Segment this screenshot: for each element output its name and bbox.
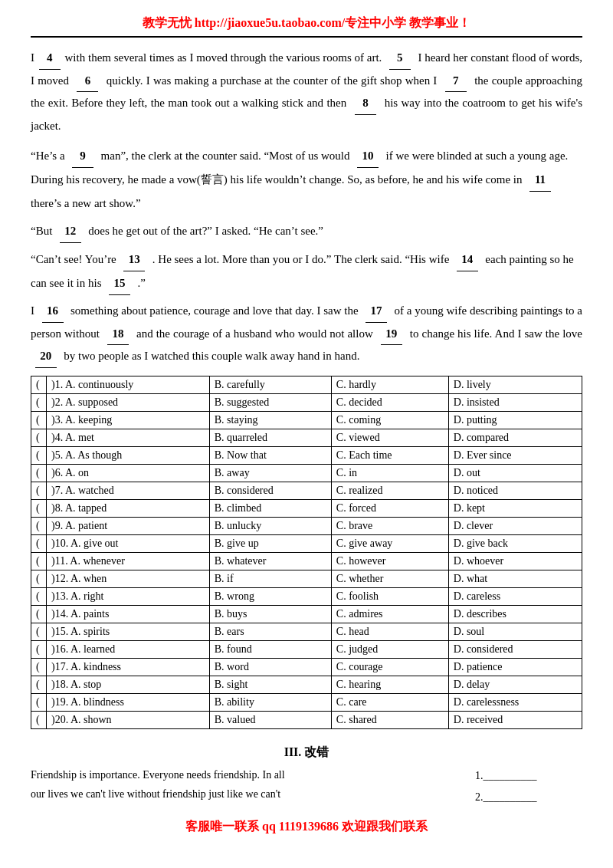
- section3-line1: Friendship is importance. Everyone needs…: [31, 765, 460, 784]
- table-cell: C. realized: [331, 482, 448, 499]
- table-cell: B. wrong: [209, 587, 331, 605]
- table-cell: )9. A. patient: [47, 517, 210, 534]
- table-cell: )5. A. As though: [47, 446, 210, 464]
- table-cell: B. give up: [209, 534, 331, 552]
- table-cell: D. clever: [448, 517, 582, 534]
- table-cell: B. ability: [209, 693, 331, 711]
- table-cell-paren: (: [31, 411, 47, 429]
- section3-left: Friendship is importance. Everyone needs…: [31, 765, 460, 804]
- table-cell: )3. A. keeping: [47, 411, 210, 429]
- table-cell: B. unlucky: [209, 517, 331, 534]
- table-cell: B. carefully: [209, 376, 331, 393]
- section3-line2: our lives we can't live without friendsh…: [31, 784, 460, 804]
- table-cell: C. viewed: [331, 429, 448, 446]
- table-cell-paren: (: [31, 499, 47, 517]
- blank-7: 7: [445, 70, 467, 93]
- table-cell-paren: (: [31, 446, 47, 464]
- table-cell: )10. A. give out: [47, 534, 210, 552]
- table-cell-paren: (: [31, 464, 47, 482]
- table-cell: C. courage: [331, 658, 448, 676]
- table-cell: C. head: [331, 623, 448, 640]
- table-cell-paren: (: [31, 676, 47, 693]
- table-cell: C. however: [331, 552, 448, 570]
- table-cell: B. whatever: [209, 552, 331, 570]
- table-cell: C. give away: [331, 534, 448, 552]
- table-cell: B. word: [209, 658, 331, 676]
- table-cell: C. decided: [331, 393, 448, 411]
- table-cell: C. shared: [331, 711, 448, 728]
- table-cell-paren: (: [31, 711, 47, 728]
- blank-18: 18: [107, 323, 129, 346]
- table-cell-paren: (: [31, 552, 47, 570]
- table-row: ()3. A. keepingB. stayingC. comingD. put…: [31, 411, 582, 429]
- table-cell: C. Each time: [331, 446, 448, 464]
- table-cell: B. Now that: [209, 446, 331, 464]
- section3-answer2: 2.__________: [475, 787, 582, 808]
- table-cell: )12. A. when: [47, 570, 210, 587]
- answer-table: ()1. A. continuouslyB. carefullyC. hardl…: [31, 376, 582, 729]
- table-cell: C. judged: [331, 640, 448, 658]
- table-cell: D. insisted: [448, 393, 582, 411]
- table-row: ()9. A. patientB. unluckyC. braveD. clev…: [31, 517, 582, 534]
- blank-8: 8: [355, 92, 376, 115]
- table-cell: C. hearing: [331, 676, 448, 693]
- table-row: ()20. A. shownB. valuedC. sharedD. recei…: [31, 711, 582, 728]
- table-row: ()1. A. continuouslyB. carefullyC. hardl…: [31, 376, 582, 393]
- table-cell: D. describes: [448, 605, 582, 623]
- blank-6: 6: [77, 70, 98, 93]
- passage-paragraph1: I 4 with them several times as I moved t…: [31, 47, 582, 136]
- section3-right: 1.__________ 2.__________: [460, 765, 582, 808]
- blank-13: 13: [123, 248, 145, 271]
- table-cell: B. staying: [209, 411, 331, 429]
- page-header: 教学无忧 http://jiaoxue5u.taobao.com/专注中小学 教…: [31, 15, 582, 38]
- table-row: ()14. A. paintsB. buysC. admiresD. descr…: [31, 605, 582, 623]
- table-cell: B. away: [209, 464, 331, 482]
- blank-10: 10: [357, 144, 379, 168]
- passage-paragraph4: “Can’t see! You’re 13 . He sees a lot. M…: [31, 248, 582, 295]
- table-cell: C. care: [331, 693, 448, 711]
- passage-paragraph3: “But 12 does he get out of the art?” I a…: [31, 219, 582, 243]
- table-cell: D. compared: [448, 429, 582, 446]
- table-cell-paren: (: [31, 693, 47, 711]
- table-cell-paren: (: [31, 534, 47, 552]
- table-cell: D. whoever: [448, 552, 582, 570]
- table-cell: )16. A. learned: [47, 640, 210, 658]
- table-cell: D. careless: [448, 587, 582, 605]
- table-cell: )18. A. stop: [47, 676, 210, 693]
- table-cell: )20. A. shown: [47, 711, 210, 728]
- passage-paragraph5: I 16 something about patience, courage a…: [31, 300, 582, 368]
- table-cell-paren: (: [31, 570, 47, 587]
- table-row: ()4. A. metB. quarreledC. viewedD. compa…: [31, 429, 582, 446]
- table-cell: B. valued: [209, 711, 331, 728]
- table-cell: C. in: [331, 464, 448, 482]
- table-cell: B. found: [209, 640, 331, 658]
- blank-14: 14: [457, 248, 478, 271]
- table-row: ()19. A. blindnessB. abilityC. careD. ca…: [31, 693, 582, 711]
- table-cell: B. ears: [209, 623, 331, 640]
- table-cell: C. forced: [331, 499, 448, 517]
- table-cell: D. noticed: [448, 482, 582, 499]
- table-row: ()10. A. give outB. give upC. give awayD…: [31, 534, 582, 552]
- table-row: ()15. A. spiritsB. earsC. headD. soul: [31, 623, 582, 640]
- table-cell: )17. A. kindness: [47, 658, 210, 676]
- table-cell: D. received: [448, 711, 582, 728]
- passage-paragraph2: “He’s a 9 man”, the clerk at the counter…: [31, 144, 582, 215]
- table-cell: B. considered: [209, 482, 331, 499]
- section3-title-text: III. 改错: [284, 745, 329, 758]
- table-cell: B. if: [209, 570, 331, 587]
- table-cell: B. suggested: [209, 393, 331, 411]
- table-cell: )19. A. blindness: [47, 693, 210, 711]
- blank-15: 15: [109, 271, 130, 295]
- table-row: ()17. A. kindnessB. wordC. courageD. pat…: [31, 658, 582, 676]
- table-row: ()12. A. whenB. ifC. whetherD. what: [31, 570, 582, 587]
- table-cell: B. buys: [209, 605, 331, 623]
- table-cell: )2. A. supposed: [47, 393, 210, 411]
- footer-text: 客服唯一联系 qq 1119139686 欢迎跟我们联系: [185, 820, 428, 833]
- table-row: ()16. A. learnedB. foundC. judgedD. cons…: [31, 640, 582, 658]
- table-cell-paren: (: [31, 517, 47, 534]
- table-cell: )1. A. continuously: [47, 376, 210, 393]
- table-cell-paren: (: [31, 605, 47, 623]
- table-cell: D. lively: [448, 376, 582, 393]
- table-row: ()7. A. watchedB. consideredC. realizedD…: [31, 482, 582, 499]
- table-cell: D. out: [448, 464, 582, 482]
